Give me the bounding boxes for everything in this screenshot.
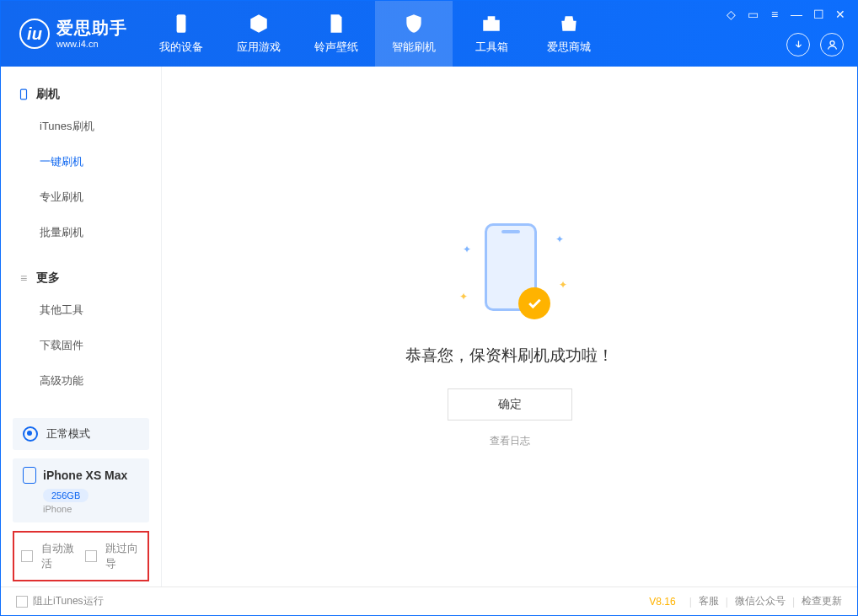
- footer-link-update[interactable]: 检查更新: [802, 594, 842, 608]
- phone-icon: [23, 467, 36, 484]
- app-subtitle: www.i4.cn: [56, 39, 127, 49]
- sparkle-icon: ✦: [559, 279, 567, 291]
- menu-icon[interactable]: ≡: [768, 8, 781, 21]
- checkbox-auto-activate[interactable]: [21, 550, 33, 562]
- feedback-icon[interactable]: ▭: [746, 8, 759, 21]
- heading-label: 刷机: [36, 87, 60, 102]
- nav-ringtones[interactable]: 铃声壁纸: [298, 1, 375, 67]
- footer-link-service[interactable]: 客服: [699, 594, 719, 608]
- sidebar: 刷机 iTunes刷机 一键刷机 专业刷机 批量刷机 ≡ 更多 其他工具 下载固…: [1, 67, 161, 587]
- store-icon: [558, 13, 580, 35]
- version-label: V8.16: [649, 596, 675, 608]
- logo-icon: iu: [19, 19, 50, 49]
- sidebar-section-flash: 刷机 iTunes刷机 一键刷机 专业刷机 批量刷机: [1, 67, 161, 250]
- section-heading-flash: 刷机: [1, 80, 161, 109]
- heading-label: 更多: [36, 271, 60, 286]
- nav-flash[interactable]: 智能刷机: [375, 1, 453, 67]
- toolbox-icon: [480, 13, 502, 35]
- app-window: iu 爱思助手 www.i4.cn 我的设备 应用游戏 铃声壁纸 智能刷机: [0, 0, 858, 616]
- download-button[interactable]: [786, 33, 810, 56]
- nav-label: 应用游戏: [237, 40, 281, 55]
- nav-label: 智能刷机: [392, 40, 436, 55]
- block-itunes-label: 阻止iTunes运行: [33, 594, 104, 608]
- ok-button[interactable]: 确定: [448, 388, 572, 420]
- nav-store[interactable]: 爱思商城: [530, 1, 608, 67]
- logo[interactable]: iu 爱思助手 www.i4.cn: [1, 19, 142, 49]
- sidebar-item-pro-flash[interactable]: 专业刷机: [1, 179, 161, 215]
- nav-label: 铃声壁纸: [314, 40, 358, 55]
- device-icon: [170, 13, 192, 35]
- checkbox-skip-guide[interactable]: [85, 550, 97, 562]
- device-card[interactable]: iPhone XS Max 256GB iPhone: [13, 458, 149, 522]
- app-title: 爱思助手: [56, 19, 127, 37]
- nav-apps-games[interactable]: 应用游戏: [220, 1, 298, 67]
- mode-icon: [23, 426, 38, 442]
- list-icon: ≡: [18, 272, 29, 284]
- svg-rect-0: [177, 14, 186, 33]
- sidebar-item-onekey-flash[interactable]: 一键刷机: [1, 144, 161, 179]
- footer: 阻止iTunes运行 V8.16 | 客服 | 微信公众号 | 检查更新: [1, 587, 857, 615]
- skin-icon[interactable]: ◇: [724, 8, 737, 21]
- sidebar-item-download-firmware[interactable]: 下载固件: [1, 328, 161, 363]
- section-heading-more: ≡ 更多: [1, 264, 161, 292]
- phone-outline-icon: [18, 88, 29, 100]
- view-log-link[interactable]: 查看日志: [490, 434, 530, 448]
- svg-rect-2: [21, 89, 27, 99]
- device-capacity: 256GB: [43, 489, 88, 502]
- option-skip-guide-label: 跳过向导: [105, 541, 141, 571]
- header: iu 爱思助手 www.i4.cn 我的设备 应用游戏 铃声壁纸 智能刷机: [1, 1, 857, 67]
- svg-point-1: [830, 40, 834, 45]
- main-nav: 我的设备 应用游戏 铃声壁纸 智能刷机 工具箱 爱思商城: [142, 1, 608, 67]
- nav-label: 我的设备: [159, 40, 203, 55]
- device-name: iPhone XS Max: [43, 469, 127, 482]
- nav-label: 爱思商城: [547, 40, 591, 55]
- sidebar-item-other-tools[interactable]: 其他工具: [1, 292, 161, 328]
- music-file-icon: [325, 13, 347, 35]
- user-button[interactable]: [820, 33, 844, 56]
- sidebar-item-advanced[interactable]: 高级功能: [1, 363, 161, 399]
- cube-icon: [248, 13, 270, 35]
- window-controls: ◇ ▭ ≡ — ☐ ✕: [724, 8, 847, 21]
- minimize-button[interactable]: —: [790, 8, 803, 21]
- footer-link-wechat[interactable]: 微信公众号: [735, 594, 786, 608]
- success-illustration: ✦ ✦ ✦ ✦: [451, 218, 569, 328]
- nav-my-device[interactable]: 我的设备: [142, 1, 220, 67]
- sparkle-icon: ✦: [463, 244, 471, 255]
- maximize-button[interactable]: ☐: [812, 8, 825, 21]
- success-title: 恭喜您，保资料刷机成功啦！: [405, 345, 614, 367]
- sidebar-item-batch-flash[interactable]: 批量刷机: [1, 215, 161, 250]
- main-content: ✦ ✦ ✦ ✦ 恭喜您，保资料刷机成功啦！ 确定 查看日志: [161, 67, 857, 587]
- sidebar-section-more: ≡ 更多 其他工具 下载固件 高级功能: [1, 250, 161, 399]
- checkbox-block-itunes[interactable]: [16, 596, 28, 608]
- sparkle-icon: ✦: [555, 233, 564, 245]
- device-type: iPhone: [43, 504, 139, 514]
- sparkle-icon: ✦: [459, 291, 468, 303]
- option-auto-activate-label: 自动激活: [41, 541, 77, 571]
- options-highlight: 自动激活 跳过向导: [13, 531, 149, 581]
- device-mode-card[interactable]: 正常模式: [13, 418, 149, 450]
- nav-label: 工具箱: [475, 40, 508, 55]
- sidebar-item-itunes-flash[interactable]: iTunes刷机: [1, 109, 161, 144]
- checkmark-badge-icon: [518, 287, 550, 319]
- shield-sync-icon: [403, 13, 425, 35]
- close-button[interactable]: ✕: [834, 8, 847, 21]
- mode-label: 正常模式: [46, 426, 90, 442]
- body: 刷机 iTunes刷机 一键刷机 专业刷机 批量刷机 ≡ 更多 其他工具 下载固…: [1, 67, 857, 587]
- nav-toolbox[interactable]: 工具箱: [453, 1, 530, 67]
